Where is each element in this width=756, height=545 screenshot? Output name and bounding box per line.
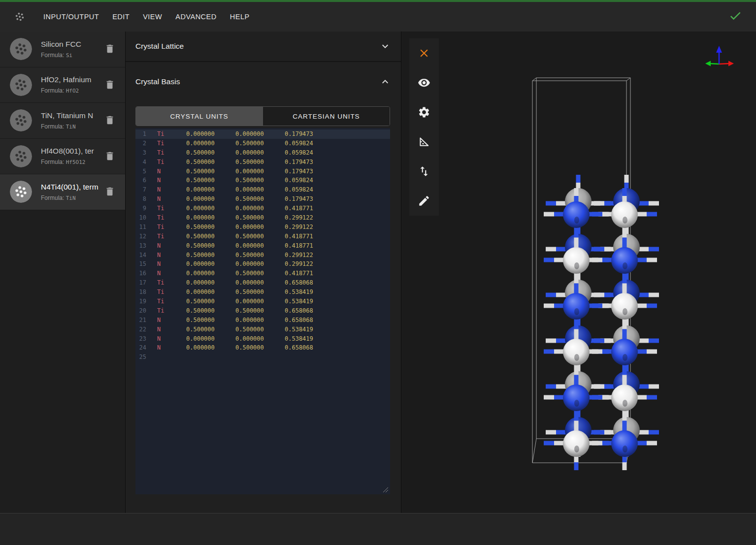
basis-row[interactable]: 5N0.5000000.0000000.179473 (135, 167, 390, 176)
basis-row[interactable]: 14N0.5000000.5000000.299122 (135, 251, 390, 260)
atom-sphere-Ti (611, 385, 638, 411)
material-formula: Formula: HfO2 (41, 87, 101, 94)
basis-coordinates-editor[interactable]: 1Ti0.0000000.0000000.1794732Ti0.0000000.… (135, 128, 390, 494)
bond (594, 430, 604, 435)
bond (556, 430, 566, 435)
delete-material-button[interactable] (104, 186, 115, 197)
crystal-basis-section-header[interactable]: Crystal Basis (126, 62, 401, 101)
bond (649, 430, 659, 435)
atom-sphere-N (611, 247, 638, 274)
menu-item-advanced[interactable]: ADVANCED (175, 13, 217, 21)
bond (544, 395, 554, 400)
material-list-item-1[interactable]: Silicon FCC Formula: Si (0, 32, 125, 67)
bond (556, 201, 566, 206)
basis-row[interactable]: 1Ti0.0000000.0000000.179473 (135, 129, 390, 139)
delete-material-button[interactable] (104, 79, 115, 90)
delete-material-button[interactable] (104, 151, 115, 161)
editor-resize-handle[interactable] (383, 487, 389, 493)
basis-row[interactable]: 18Ti0.0000000.5000000.538419 (135, 288, 390, 297)
crystal-lattice-title: Crystal Lattice (135, 42, 379, 51)
bond (649, 201, 659, 206)
basis-row[interactable]: 13N0.5000000.0000000.418771 (135, 241, 390, 251)
atom-sphere-Ti (563, 430, 590, 457)
bond (649, 339, 659, 343)
material-list-item-3[interactable]: TiN, Titanium N Formula: TiN (0, 103, 125, 139)
units-tab-group: CRYSTAL UNITSCARTESIAN UNITS (135, 106, 390, 126)
delete-material-button[interactable] (104, 115, 115, 126)
bond (546, 247, 556, 252)
basis-row[interactable]: 15N0.0000000.0000000.299122 (135, 259, 390, 269)
tab-cartesian-units[interactable]: CARTESIAN UNITS (263, 107, 390, 126)
material-list-item-4[interactable]: Hf4O8(001), ter Formula: Hf5O12 (0, 139, 125, 175)
material-avatar-icon (10, 38, 32, 60)
basis-row[interactable]: 3Ti0.5000000.0000000.059824 (135, 148, 390, 158)
close-icon[interactable] (409, 38, 439, 68)
sphere-shading (623, 308, 627, 315)
settings-icon[interactable] (409, 97, 439, 127)
bond (594, 247, 604, 252)
sphere-shading (623, 354, 627, 361)
crystal-3d-scene[interactable] (401, 32, 756, 513)
bond (554, 395, 564, 400)
swap-vert-icon[interactable] (409, 157, 439, 186)
bond (637, 304, 647, 308)
crystal-lattice-section-header[interactable]: Crystal Lattice (126, 32, 401, 61)
chevron-down-icon[interactable] (379, 40, 391, 52)
bond (625, 175, 629, 183)
basis-row[interactable]: 2Ti0.0000000.5000000.059824 (135, 139, 390, 148)
atom-sphere-Ti (611, 201, 638, 228)
chevron-up-icon[interactable] (379, 76, 391, 88)
basis-row[interactable]: 21N0.5000000.0000000.658068 (135, 316, 390, 325)
bond (604, 339, 614, 343)
visibility-icon[interactable] (409, 68, 439, 97)
bond (544, 304, 554, 308)
materials-sidebar: Silicon FCC Formula: Si HfO2, Hafnium Fo… (0, 32, 126, 513)
bond (604, 201, 614, 206)
basis-row[interactable]: 22N0.5000000.5000000.538419 (135, 325, 390, 334)
basis-row[interactable]: 4Ti0.5000000.5000000.179473 (135, 158, 390, 167)
delete-material-button[interactable] (104, 43, 115, 54)
materials-designer-app: INPUT/OUTPUTEDITVIEWADVANCEDHELP Silicon… (0, 0, 756, 545)
bond (604, 293, 614, 297)
menu-item-edit[interactable]: EDIT (112, 13, 130, 21)
bond (574, 462, 579, 470)
basis-row[interactable]: 10Ti0.0000000.5000000.299122 (135, 213, 390, 223)
bond (554, 350, 564, 354)
measure-icon[interactable] (409, 127, 439, 157)
bond (544, 441, 554, 446)
basis-row[interactable]: 11Ti0.5000000.0000000.299122 (135, 223, 390, 232)
material-avatar-icon (10, 109, 32, 131)
basis-row[interactable]: 7N0.0000000.0000000.059824 (135, 185, 390, 194)
basis-row-empty[interactable]: 25 (135, 353, 390, 362)
basis-row[interactable]: 24N0.0000000.5000000.658068 (135, 343, 390, 353)
basis-row[interactable]: 16N0.0000000.5000000.418771 (135, 269, 390, 278)
tab-crystal-units[interactable]: CRYSTAL UNITS (136, 107, 263, 126)
material-list-item-5[interactable]: N4Ti4(001), term Formula: TiN (0, 174, 125, 210)
bond (639, 339, 649, 343)
basis-row[interactable]: 12Ti0.5000000.5000000.418771 (135, 232, 390, 241)
basis-row[interactable]: 8N0.0000000.5000000.179473 (135, 194, 390, 204)
menu-item-view[interactable]: VIEW (143, 13, 162, 21)
bond (556, 247, 566, 252)
menu-item-input-output[interactable]: INPUT/OUTPUT (43, 13, 99, 21)
bond (546, 293, 556, 297)
basis-row[interactable]: 6N0.5000000.5000000.059824 (135, 176, 390, 185)
basis-row[interactable]: 23N0.0000000.0000000.538419 (135, 334, 390, 344)
basis-row[interactable]: 17Ti0.0000000.0000000.658068 (135, 278, 390, 288)
material-title: Hf4O8(001), ter (41, 147, 101, 156)
bond (604, 430, 614, 435)
bond (556, 339, 566, 343)
bond (637, 212, 647, 217)
bond (647, 350, 657, 354)
edit-icon[interactable] (409, 186, 439, 216)
sphere-shading (623, 217, 627, 224)
menu-item-help[interactable]: HELP (230, 13, 250, 21)
basis-row[interactable]: 19Ti0.5000000.0000000.538419 (135, 297, 390, 306)
sphere-shading (623, 262, 627, 269)
bond (623, 188, 627, 196)
material-list-item-2[interactable]: HfO2, Hafnium Formula: HfO2 (0, 67, 125, 103)
bond (554, 441, 564, 446)
basis-row[interactable]: 9Ti0.0000000.0000000.418771 (135, 204, 390, 213)
bond (647, 258, 657, 262)
basis-row[interactable]: 20Ti0.5000000.5000000.658068 (135, 306, 390, 316)
